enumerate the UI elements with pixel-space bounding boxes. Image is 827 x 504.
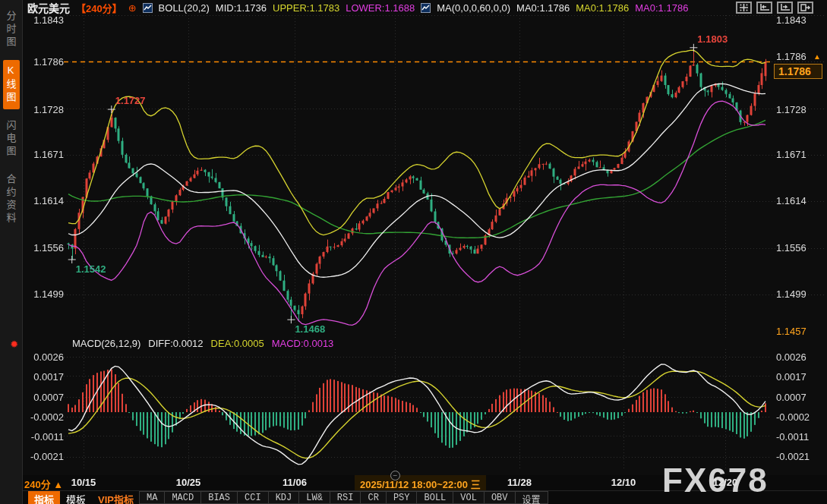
sidebar-tab-lightning-chart[interactable]: 闪电图 [3,115,20,163]
sidebar: 分时图 K线图 闪电图 合约资料 [0,0,23,504]
pane-resize-handle[interactable]: − [390,471,400,480]
macd-macd-value: MACD:0.0013 [272,338,334,349]
toolbar-button-obv[interactable]: OBV [484,491,516,504]
period-selector[interactable]: 240分 ▲ [24,477,63,491]
toolbar-button-kdj[interactable]: KDJ [268,491,300,504]
add-compare-icon[interactable]: ⊕ [128,2,137,14]
ma0-yellow-value: MA0:1.1786 [576,2,629,14]
toolbar-button-vol[interactable]: VOL [453,491,485,504]
macd-dea-value: DEA:0.0005 [211,338,264,349]
boll-indicator-icon[interactable] [143,3,153,13]
period-label[interactable]: 【240分】 [76,1,122,15]
sidebar-tab-kline-chart[interactable]: K线图 [3,60,20,109]
toolbar-button-cci[interactable]: CCI [237,491,269,504]
current-price-tag: 1.1786 [774,64,822,79]
boll-lower-value: LOWER:1.1688 [346,2,415,14]
macd-diff-value: DIFF:0.0012 [148,338,203,349]
pan-right-icon[interactable] [797,2,813,14]
date-label: 11/28 [507,477,532,488]
symbol-name: 欧元美元 [27,0,70,15]
ma0-white-value: MA0:1.1786 [516,2,570,14]
macd-title: MACD(26,12,9) [72,338,140,349]
toolbar-button-psy[interactable]: PSY [386,491,418,504]
sidebar-tab-contract-info[interactable]: 合约资料 [3,169,20,230]
toolbar-button-rsi[interactable]: RSI [330,491,361,504]
indicator-info-bar: 欧元美元 【240分】 ⊕ BOLL(20,2) MID:1.1736 UPPE… [27,0,688,15]
chart-window-controls [736,2,813,14]
boll-upper-value: UPPER:1.1783 [273,2,339,14]
trading-app-window: 分时图 K线图 闪电图 合约资料 ✹ 欧元美元 【240分】 ⊕ BOLL(20… [0,0,827,504]
toolbar-button-[interactable]: 设置 [515,491,548,504]
alert-icon[interactable]: ✹ [10,339,18,350]
ma0-magenta-value: MA0:1.1786 [635,2,688,14]
sidebar-tab-time-chart[interactable]: 分时图 [3,6,20,54]
toolbar-button-[interactable]: 指标 [28,491,60,504]
hovered-candle-timestamp: 2025/11/12 18:00~22:00 三 [355,475,486,490]
toolbar-button-[interactable]: 模板 [60,491,92,504]
ma-indicator-icon[interactable] [421,3,431,13]
time-axis-row: 240分 ▲ 2025/11/12 18:00~22:00 三 − 10/151… [23,475,827,490]
zoom-in-axis-icon[interactable] [777,2,793,14]
go-to-latest-icon[interactable]: ▲ [813,52,821,61]
date-label: 10/25 [176,477,201,488]
ma-title: MA(0,0,0,60,0,0) [437,2,510,14]
macd-info-bar: MACD(26,12,9) DIFF:0.0012 DEA:0.0005 MAC… [72,338,333,349]
zoom-out-axis-icon[interactable] [756,2,772,14]
boll-title: BOLL(20,2) [159,2,210,14]
toolbar-button-vip[interactable]: VIP指标 [92,491,140,504]
date-label: 11/06 [283,477,307,488]
toolbar-button-lw[interactable]: LW& [298,491,330,504]
toolbar-button-boll[interactable]: BOLL [416,491,453,504]
boll-mid-value: MID:1.1736 [216,2,267,14]
toolbar-button-bias[interactable]: BIAS [200,491,238,504]
crosshair-icon[interactable] [736,2,752,14]
indicator-toolbar: 指标模板VIP指标MAMACDBIASCCIKDJLW&RSICRPSYBOLL… [23,490,827,504]
toolbar-button-macd[interactable]: MACD [164,491,201,504]
candlestick-macd-chart[interactable] [0,0,827,504]
date-label: 12/10 [611,477,636,488]
toolbar-button-cr[interactable]: CR [360,491,386,504]
date-label: 10/15 [71,477,96,488]
date-label: 12/20 [713,477,738,488]
toolbar-button-ma[interactable]: MA [139,491,165,504]
